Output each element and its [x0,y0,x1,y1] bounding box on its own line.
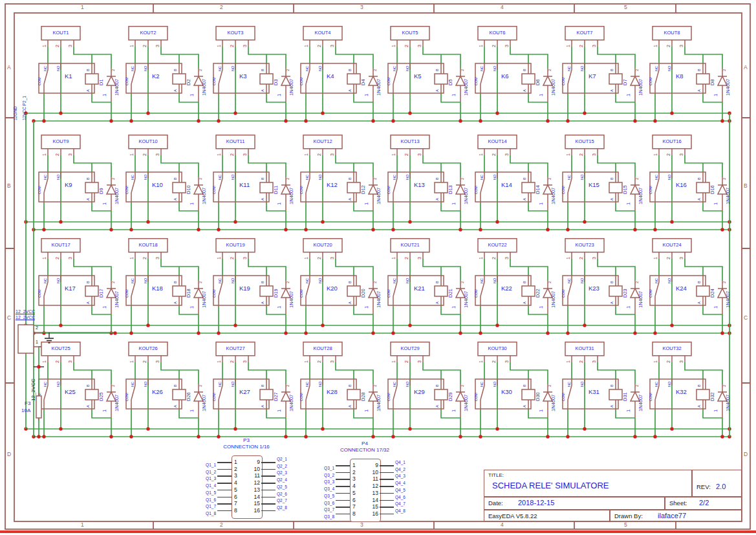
connector-pin-number: 6 [234,494,237,500]
net-label-12vcc: 12VCC P2_1 [23,82,27,120]
connector-pin-stub[interactable] [261,490,275,491]
connector-pin-number: 12 [365,483,378,489]
rev-label: REV: [697,484,711,490]
connector-pin-stub[interactable] [336,465,350,466]
connector-pin-stub[interactable] [336,500,350,501]
connector-pin-number: 11 [247,473,260,479]
connector-pin-stub[interactable] [336,514,350,515]
connector-net-label: Q4_8 [395,509,405,514]
connector-net-label: Q1_1 [188,463,216,468]
connector-net-label: Q4_2 [395,468,405,472]
connector-net-label: Q4_3 [395,474,405,479]
tool-version: EasyEDA V5.8.22 [488,513,537,519]
title-block: TITLE: SCHEDA RELE' SIMULATORE REV: 2.0 … [484,470,742,521]
connector-pin-stub[interactable] [380,500,394,501]
schematic-title[interactable]: SCHEDA RELE' SIMULATORE [492,481,609,490]
connector-net-label: Q4_1 [395,461,405,465]
connector-net-label: Q2_7 [277,499,287,503]
connector-pin-stub[interactable] [261,475,275,477]
connector-p3[interactable]: P3 CONNECTION 1/16 19Q1_1Q2_1210Q1_2Q2_2… [188,437,310,525]
connector-pin-number: 14 [365,497,378,503]
date-label: Date: [488,500,503,507]
connector-net-label: Q2_6 [277,492,287,497]
connector-net-label: Q4_7 [395,502,405,507]
connector-net-label: Q3_4 [306,487,334,492]
rev-value[interactable]: 2.0 [716,483,726,490]
connector-pin-stub[interactable] [261,462,275,463]
connector-pin-stub[interactable] [217,490,232,491]
connector-net-label: Q3_2 [306,474,334,478]
connector-pin-number: 7 [352,504,356,510]
connector-net-label: Q2_8 [277,506,287,510]
connector-net-label: Q2_1 [277,457,287,462]
title-label: TITLE: [488,473,504,478]
connector-pin-number: 2 [234,466,237,472]
fuse-ref[interactable]: F3 [25,401,30,406]
connector-pin-stub[interactable] [380,479,394,480]
connector-net-label: Q3_7 [306,508,334,512]
connector-pin-stub[interactable] [261,469,275,470]
connector-pin-stub[interactable] [261,483,275,484]
connector-pin-number: 10 [365,470,378,475]
connector-pin-stub[interactable] [336,486,350,487]
date-value[interactable]: 2018-12-15 [518,499,554,507]
connector-pin-stub[interactable] [217,475,232,477]
sheet-value[interactable]: 2/2 [699,499,709,507]
connector-pin-stub[interactable] [217,503,232,505]
connector-pin-number: 10 [247,466,260,472]
connector-pin-number: 3 [352,476,356,482]
connector-net-label: Q2_4 [277,478,287,483]
connector-pin-stub[interactable] [380,486,394,487]
connector-p4[interactable]: P4 CONNECTION 17/32 19Q3_1Q4_1210Q3_2Q4_… [306,441,429,528]
connector-pin-stub[interactable] [261,497,275,498]
connector-pin-number: 16 [365,511,378,517]
connector-net-label: Q2_3 [277,471,287,475]
connector-net-label: Q3_1 [306,466,334,471]
connector-pin-number: 11 [365,476,378,482]
net-label-12-2vcc-1: 12_2VCC [16,309,35,314]
connector-title: CONNECTION 1/16 [188,444,305,450]
connector-pin-stub[interactable] [336,507,350,508]
connector-pin-number: 1 [352,463,356,468]
connector-pin-stub[interactable] [261,503,275,505]
connector-net-label: Q3_8 [306,515,334,519]
connector-pin-stub[interactable] [380,507,394,508]
connector-pin-number: 15 [247,501,260,507]
connector-pin-number: 12 [247,480,260,486]
connector-pin-stub[interactable] [380,514,394,515]
drawn-by-value[interactable]: ilaface77 [658,512,686,519]
connector-pin-number: 5 [352,490,356,496]
connector-pin-number: 14 [247,494,260,500]
connector-pin-number: 6 [352,497,356,503]
connector-pin-stub[interactable] [217,497,232,498]
connector-pin-stub[interactable] [217,462,232,463]
sheet-edge-marker [0,530,756,533]
connector-pin-stub[interactable] [380,465,394,466]
connector-net-label: Q1_5 [188,491,216,496]
connector-pin-stub[interactable] [261,510,275,512]
connector-pin-stub[interactable] [217,469,232,470]
connector-pin-stub[interactable] [217,510,232,512]
connector-pin-number: 7 [234,501,237,507]
connector-pin-number: 4 [352,483,356,489]
connector-pin-stub[interactable] [380,493,394,494]
net-flag-label-12-2vcc: 12_2VCC [31,370,36,401]
connector-pin-stub[interactable] [336,472,350,474]
net-label-12gnd: 12GND [14,93,18,120]
connector-pin-number: 9 [365,463,378,468]
connector-pin-stub[interactable] [380,472,394,474]
connector-net-label: Q2_5 [277,485,287,490]
connector-net-label: Q2_2 [277,464,287,469]
connector-pin-number: 8 [352,511,356,517]
connector-pin-number: 9 [247,459,260,465]
connector-pin-stub[interactable] [217,483,232,484]
connector-pin-stub[interactable] [336,479,350,480]
connector-pin-stub[interactable] [336,493,350,494]
connector-net-label: Q3_6 [306,501,334,506]
connector-net-label: Q3_5 [306,494,334,499]
fuse-body[interactable] [36,396,41,418]
power-connector-body[interactable] [18,325,34,353]
fuse-value: 10A [21,408,30,413]
connector-pin-number: 13 [247,487,260,493]
connector-net-label: Q1_4 [188,484,216,488]
